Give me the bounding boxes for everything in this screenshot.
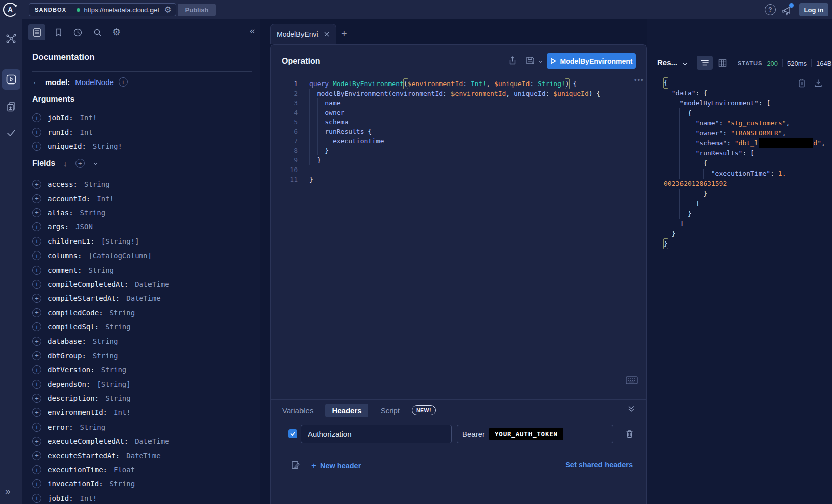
add-field-button[interactable]: + xyxy=(32,128,41,137)
add-field-button[interactable]: + xyxy=(32,180,41,189)
save-menu-chevron-icon[interactable] xyxy=(538,59,543,64)
code-token: $uniqueId xyxy=(553,89,588,98)
field-row: +dbtVersion:String xyxy=(32,363,169,377)
add-all-fields-button[interactable]: + xyxy=(119,77,128,87)
indent-guide xyxy=(664,229,672,239)
field-row: +compileCompletedAt:DateTime xyxy=(32,277,169,291)
add-field-button[interactable]: + xyxy=(32,494,41,503)
help-icon[interactable]: ? xyxy=(765,4,776,15)
add-field-button[interactable]: + xyxy=(32,222,41,231)
graphql-editor[interactable]: query ModelByEnvironment($environmentId:… xyxy=(309,79,631,184)
code-line: 0023620128631592 xyxy=(664,179,830,189)
chevron-down-icon[interactable] xyxy=(93,161,98,166)
add-field-button[interactable]: + xyxy=(32,479,41,488)
add-field-button[interactable]: + xyxy=(32,351,41,360)
add-field-button[interactable]: + xyxy=(32,294,41,303)
add-field-button[interactable]: + xyxy=(32,113,41,122)
operation-tab[interactable]: ModelByEnvi... xyxy=(270,24,336,44)
document-icon[interactable] xyxy=(32,28,42,37)
field-name: executeStartedAt: xyxy=(48,452,120,460)
model-type-link[interactable]: ModelNode xyxy=(75,78,114,87)
share-icon[interactable] xyxy=(508,56,517,65)
add-field-button[interactable]: + xyxy=(32,365,41,374)
add-field-button[interactable]: + xyxy=(32,451,41,460)
collapse-panel-icon[interactable] xyxy=(627,405,635,413)
save-icon[interactable] xyxy=(525,56,535,65)
add-field-button[interactable]: + xyxy=(32,194,41,203)
format-text-button[interactable] xyxy=(697,56,713,70)
add-fields-button[interactable]: + xyxy=(75,159,85,168)
field-type: String xyxy=(110,480,135,488)
endpoint-url-input[interactable]: https://metadata.cloud.get xyxy=(84,6,160,14)
add-field-button[interactable]: + xyxy=(32,423,41,432)
code-line: } xyxy=(664,229,830,239)
search-icon[interactable] xyxy=(93,28,102,37)
add-field-button[interactable]: + xyxy=(32,394,41,403)
back-arrow-icon[interactable]: ← xyxy=(32,77,40,87)
apollo-logo[interactable]: A xyxy=(2,2,18,18)
format-table-icon[interactable] xyxy=(718,59,727,67)
indent-guide xyxy=(309,117,317,127)
add-field-button[interactable]: + xyxy=(32,308,41,317)
add-field-button[interactable]: + xyxy=(32,322,41,331)
line-number: 3 xyxy=(280,98,298,108)
tab-script[interactable]: Script xyxy=(381,406,400,415)
endpoint-settings-icon[interactable]: ⚙ xyxy=(164,6,171,14)
header-enabled-checkbox[interactable] xyxy=(288,429,297,438)
auth-token-value[interactable]: YOUR_AUTH_TOKEN xyxy=(489,428,563,440)
sort-fields-icon[interactable]: ↓ xyxy=(63,159,67,168)
expand-sidebar-icon[interactable]: » xyxy=(5,486,11,497)
code-line: query ModelByEnvironment($environmentId:… xyxy=(309,79,631,89)
bookmark-icon[interactable] xyxy=(54,28,63,37)
add-field-button[interactable]: + xyxy=(32,208,41,217)
add-field-button[interactable]: + xyxy=(32,266,41,275)
keyboard-shortcuts-icon[interactable] xyxy=(626,376,638,385)
add-field-button[interactable]: + xyxy=(32,337,41,346)
explorer-play-icon[interactable] xyxy=(6,74,17,85)
field-name: compiledCode: xyxy=(48,309,103,317)
run-operation-button[interactable]: ModelByEnvironment xyxy=(547,53,636,69)
add-field-button[interactable]: + xyxy=(32,237,41,246)
code-token: { xyxy=(569,79,577,89)
close-tab-icon[interactable] xyxy=(324,31,330,37)
add-field-button[interactable]: + xyxy=(32,251,41,260)
publish-button[interactable]: Publish xyxy=(178,4,216,16)
changelog-icon[interactable] xyxy=(6,101,17,112)
add-field-button[interactable]: + xyxy=(32,142,41,151)
new-tab-button[interactable]: + xyxy=(341,28,347,40)
add-field-button[interactable]: + xyxy=(32,408,41,417)
tab-headers[interactable]: Headers xyxy=(325,404,368,417)
environment-variables-icon[interactable] xyxy=(291,460,301,470)
login-button[interactable]: Log in xyxy=(799,3,828,16)
header-name-input[interactable] xyxy=(301,425,452,443)
header-value-field[interactable]: Bearer YOUR_AUTH_TOKEN xyxy=(457,425,613,443)
field-type: Int! xyxy=(80,114,97,122)
set-shared-headers-link[interactable]: Set shared headers xyxy=(565,461,633,469)
code-line: } xyxy=(309,175,631,184)
add-field-button[interactable]: + xyxy=(32,437,41,446)
response-menu-chevron-icon[interactable] xyxy=(682,61,688,67)
field-type: Float xyxy=(114,466,135,474)
code-line: { xyxy=(664,158,830,169)
operation-menu-icon[interactable]: ••• xyxy=(634,76,644,83)
add-field-button[interactable]: + xyxy=(32,280,41,289)
divider xyxy=(32,71,252,72)
tab-variables[interactable]: Variables xyxy=(282,406,313,415)
delete-header-icon[interactable] xyxy=(625,429,634,439)
indent-guide xyxy=(679,199,688,209)
graph-icon[interactable] xyxy=(6,33,17,44)
collapse-docs-icon[interactable]: « xyxy=(250,25,255,36)
response-duration: 520ms xyxy=(787,60,807,67)
indent-guide xyxy=(679,118,688,128)
add-field-button[interactable]: + xyxy=(32,465,41,474)
settings-icon[interactable]: ⚙ xyxy=(112,27,121,37)
response-json[interactable]: {"data": {"modelByEnvironment": [{"name"… xyxy=(664,78,830,249)
code-line: name xyxy=(309,98,631,108)
checks-icon[interactable] xyxy=(6,127,17,138)
history-icon[interactable] xyxy=(73,28,83,37)
new-header-button[interactable]: + New header xyxy=(311,461,361,471)
add-field-button[interactable]: + xyxy=(32,380,41,389)
line-numbers: 1234567891011 xyxy=(280,79,298,184)
response-size: 164B xyxy=(816,60,831,67)
indent-guide xyxy=(664,158,672,169)
